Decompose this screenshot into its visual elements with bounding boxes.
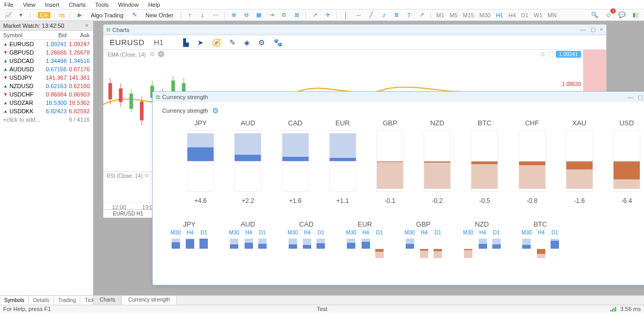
cs-lower-label: GBP: [416, 220, 430, 228]
tf-mn[interactable]: MN: [546, 12, 558, 18]
store-icon[interactable]: 🛍: [56, 10, 67, 20]
ws-tab-charts[interactable]: Charts: [93, 296, 122, 305]
fullscreen-icon[interactable]: ⛶: [548, 51, 554, 58]
zoom-out-icon[interactable]: ⊖: [241, 10, 251, 20]
tf-m1[interactable]: M1: [435, 12, 446, 18]
cs-gear-icon[interactable]: ⚙: [212, 106, 219, 115]
cs-tf-cell: H4: [245, 230, 253, 260]
crosshair-icon[interactable]: ✛: [322, 10, 333, 20]
diamond-icon[interactable]: ◈: [244, 38, 250, 47]
algo-trading-button[interactable]: Algo Trading: [87, 10, 127, 20]
arrow-icon[interactable]: ↗: [416, 10, 427, 20]
tf-m5[interactable]: M5: [448, 12, 459, 18]
cs-tf-label: H4: [362, 230, 369, 235]
cs-lower-col: AUDM30H4D1: [229, 220, 266, 260]
ws-tab-currency-strength[interactable]: Currency strength: [122, 296, 176, 305]
search-icon[interactable]: 🔍: [589, 10, 600, 20]
trendline-icon[interactable]: ╱: [366, 10, 376, 20]
indicators-icon[interactable]: ⊞: [291, 10, 302, 20]
cs-tf-cell: D1: [434, 230, 442, 260]
ide-button[interactable]: IDE: [34, 10, 54, 20]
grid-icon[interactable]: ▦: [254, 10, 264, 20]
cs-tf-label: D1: [435, 230, 441, 235]
cs-mini-bar: [186, 237, 194, 260]
tf-d1[interactable]: D1: [520, 12, 530, 18]
area-chart-icon[interactable]: ▙: [183, 38, 189, 47]
tf-h4[interactable]: H4: [507, 12, 518, 18]
menu-insert[interactable]: Insert: [45, 2, 59, 8]
new-order-icon[interactable]: ✎: [129, 10, 140, 20]
ema-close-icon[interactable]: ×: [158, 51, 164, 57]
gear-icon[interactable]: ⚙: [258, 38, 265, 47]
shift-icon[interactable]: ⧉: [279, 10, 289, 20]
fibo-icon[interactable]: ≣: [391, 10, 402, 20]
scroll-icon[interactable]: ⇥: [266, 10, 277, 20]
hline-icon[interactable]: ─: [353, 10, 364, 20]
candles-icon[interactable]: ⫰: [197, 10, 208, 20]
maximize-icon[interactable]: ▢: [590, 26, 596, 33]
line-chart-icon[interactable]: 〰: [210, 10, 220, 20]
tab-symbols[interactable]: Symbols: [0, 296, 29, 305]
add-label: click to add...: [6, 116, 40, 123]
tf-m15[interactable]: M15: [461, 12, 476, 18]
market-watch-row[interactable]: ▼USDJPY141.367141.381: [0, 73, 93, 82]
market-watch-row[interactable]: ▲USDZAR18.530018.5362: [0, 99, 93, 107]
market-watch-row[interactable]: ▲USDDKK6.824236.82592: [0, 107, 93, 115]
text-icon[interactable]: T: [404, 10, 414, 20]
tf-h1[interactable]: H1: [494, 12, 505, 18]
vline-icon[interactable]: │: [341, 10, 351, 20]
market-watch-row[interactable]: ▲NZDUSD0.621630.62180: [0, 82, 93, 90]
cs-mini-bar: [316, 237, 325, 260]
tab-details[interactable]: Details: [29, 296, 54, 305]
cs-tf-cell: D1: [316, 230, 325, 260]
new-order-button[interactable]: New Order: [142, 10, 177, 20]
cs-minimize-icon[interactable]: —: [628, 94, 634, 101]
cs-tf-cell: M30: [229, 230, 239, 260]
menu-view[interactable]: View: [23, 2, 36, 8]
compass-icon[interactable]: 🧭: [212, 38, 221, 47]
bar-chart-icon[interactable]: ⫯: [185, 10, 195, 20]
pointer-icon[interactable]: ➤: [197, 38, 204, 47]
dropdown-icon[interactable]: ▾: [16, 10, 26, 20]
cs-value: +1.6: [289, 197, 302, 205]
zoom-in-icon[interactable]: ⊕: [228, 10, 239, 20]
algo-play-icon[interactable]: ▶: [75, 10, 85, 20]
cs-titlebar[interactable]: ⧉ Currency strength — ▢ ×: [153, 92, 644, 102]
market-watch-row[interactable]: ▼GBPUSD1.266661.26678: [0, 48, 93, 57]
cs-tf-cell: D1: [199, 230, 208, 260]
chat-icon[interactable]: 💬: [617, 10, 627, 20]
cs-lower-col: CADM30H4D1: [288, 220, 325, 260]
minimize-icon[interactable]: —: [580, 26, 586, 33]
edit-icon[interactable]: ✎: [229, 38, 236, 47]
paw-icon[interactable]: 🐾: [273, 38, 282, 47]
cs-tf-label: M30: [229, 230, 239, 235]
connection-icon[interactable]: ▮▯: [630, 10, 641, 20]
reset-icon[interactable]: ⊙: [540, 51, 545, 58]
cs-maximize-icon[interactable]: ▢: [638, 94, 643, 101]
rsi-gear-icon[interactable]: ⚙: [144, 173, 149, 178]
tf-m30[interactable]: M30: [478, 12, 492, 18]
menu-tools[interactable]: Tools: [95, 2, 109, 8]
close-icon[interactable]: ×: [600, 26, 603, 33]
market-watch-row[interactable]: ▲EURUSD1.092411.09247: [0, 40, 93, 48]
market-watch-add[interactable]: + click to add... 9 / 4116: [0, 115, 93, 124]
menu-window[interactable]: Window: [118, 2, 139, 8]
tab-trading[interactable]: Trading: [54, 296, 81, 305]
market-watch-row[interactable]: ▲AUDUSD0.671660.67176: [0, 65, 93, 73]
cs-tf-cell: D1: [551, 230, 559, 260]
market-watch-row[interactable]: ▼USDCHF0.868840.86903: [0, 90, 93, 99]
market-watch-row[interactable]: ▲USDCAD1.344981.34516: [0, 57, 93, 65]
menu-file[interactable]: File: [4, 2, 14, 8]
notifications-icon[interactable]: ◇: [603, 10, 614, 20]
chart-tab-eurusd[interactable]: EURUSD H1: [103, 210, 153, 217]
candlestick-icon[interactable]: 📈: [3, 10, 14, 20]
market-watch-close-icon[interactable]: ×: [84, 22, 90, 29]
cursor-icon[interactable]: ➚: [310, 10, 320, 20]
charts-window-titlebar[interactable]: ⧉ Charts — ▢ ×: [103, 25, 606, 35]
cs-tf-cell: H4: [479, 230, 487, 260]
cs-tf-cell: H4: [303, 230, 311, 260]
menu-charts[interactable]: Charts: [69, 2, 86, 8]
menu-help[interactable]: Help: [148, 2, 160, 8]
tf-w1[interactable]: W1: [532, 12, 544, 18]
channel-icon[interactable]: ⫽: [378, 10, 389, 20]
